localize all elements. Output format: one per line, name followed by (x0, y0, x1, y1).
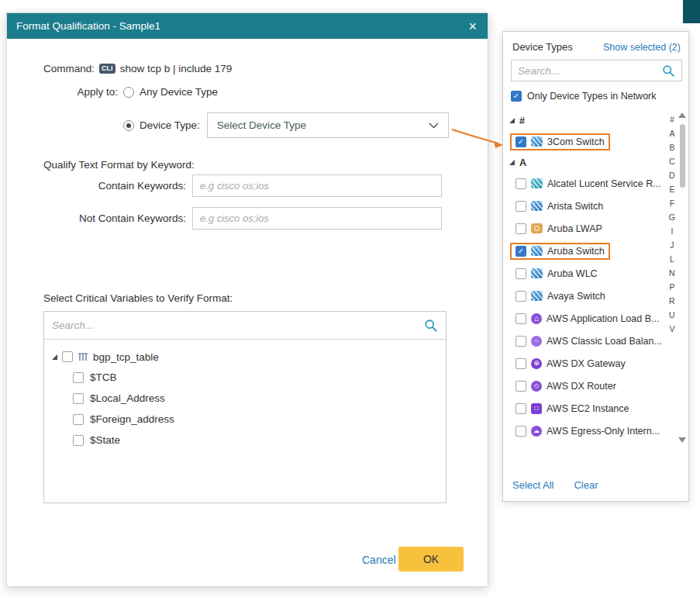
device-type-item[interactable]: AWS DX Router (509, 375, 666, 397)
variables-panel: bgp_tcp_table $TCB $Local_Address $Forei… (43, 311, 447, 503)
select-all-link[interactable]: Select All (512, 479, 553, 491)
device-type-label: Device Type: (140, 119, 200, 131)
device-type-label: AWS DX Gateway (547, 358, 626, 369)
tree-child-row[interactable]: $Local_Address (73, 388, 438, 409)
network-filter-checkbox[interactable] (511, 91, 522, 102)
index-letter[interactable]: C (669, 154, 675, 168)
tree-root-row[interactable]: bgp_tcp_table (52, 347, 438, 367)
device-type-checkbox[interactable] (516, 336, 526, 347)
device-type-item[interactable]: AWS DX Gateway (509, 352, 666, 375)
device-type-item[interactable]: AWS Application Load B... (509, 307, 666, 330)
variable-checkbox[interactable] (73, 393, 84, 404)
tree-child-row[interactable]: $TCB (73, 367, 438, 388)
tree-root-checkbox[interactable] (62, 351, 73, 362)
index-letter[interactable]: V (669, 322, 674, 336)
scrollbar-thumb[interactable] (680, 124, 685, 188)
device-type-item[interactable]: Aruba LWAP (509, 217, 666, 240)
contain-keywords-input[interactable] (192, 174, 442, 197)
variable-checkbox[interactable] (73, 414, 84, 425)
contain-keywords-label: Contain Keywords: (43, 180, 192, 192)
tree-child-row[interactable]: $State (73, 430, 438, 451)
aws-alb-icon (531, 313, 542, 324)
device-type-checkbox[interactable] (516, 246, 526, 257)
group-row-A[interactable]: A (509, 153, 666, 172)
ok-button[interactable]: OK (398, 547, 464, 572)
device-type-checkbox[interactable] (516, 313, 526, 324)
device-type-label: Aruba LWAP (547, 223, 602, 234)
qualify-section-label: Qualify Text Format by Keyword: (43, 159, 195, 171)
device-type-checkbox[interactable] (516, 381, 526, 392)
variables-search-bar (44, 312, 446, 340)
device-type-checkbox[interactable] (516, 136, 526, 147)
switch-icon (531, 246, 543, 256)
index-letter[interactable]: B (669, 140, 674, 154)
item: Alcatel Lucent Service R... (510, 175, 667, 192)
scrollbar-up-icon[interactable] (678, 112, 686, 118)
item: AWS DX Router (510, 378, 622, 395)
index-letter[interactable]: U (669, 308, 675, 322)
index-letter[interactable]: A (669, 126, 674, 140)
index-letter[interactable]: L (670, 252, 674, 266)
collapse-triangle-icon[interactable] (52, 354, 57, 360)
not-contain-keywords-input[interactable] (192, 207, 442, 230)
command-row: Command: CLI show tcp b | include 179 (43, 63, 232, 74)
alphabet-index[interactable]: #ABCDEFGIJLNPRUV (669, 112, 675, 336)
device-type-checkbox[interactable] (516, 201, 526, 212)
device-type-checkbox[interactable] (516, 403, 526, 414)
clear-link[interactable]: Clear (574, 479, 598, 491)
index-letter[interactable]: E (669, 182, 674, 196)
device-type-checkbox[interactable] (516, 268, 526, 279)
radio-device-type[interactable] (123, 120, 134, 131)
close-icon[interactable]: × (467, 19, 478, 33)
device-type-item[interactable]: AWS Egress-Only Intern... (509, 420, 666, 442)
device-type-item[interactable]: Aruba WLC (509, 262, 666, 285)
device-type-checkbox[interactable] (516, 178, 526, 189)
device-type-item[interactable]: AWS EC2 Instance (509, 397, 666, 420)
scrollbar-down-icon[interactable] (678, 437, 686, 443)
index-letter[interactable]: # (670, 112, 674, 126)
device-type-item[interactable]: Alcatel Lucent Service R... (509, 172, 666, 195)
index-letter[interactable]: G (669, 210, 675, 224)
device-type-item[interactable]: AWS Classic Load Balan... (509, 330, 666, 352)
device-type-label: Aruba Switch (547, 246, 605, 257)
device-type-item[interactable]: Avaya Switch (509, 285, 666, 307)
index-letter[interactable]: R (669, 294, 675, 308)
collapse-triangle-icon[interactable] (509, 118, 515, 123)
index-letter[interactable]: I (671, 224, 673, 238)
device-type-list: #3Com SwitchAAlcatel Lucent Service R...… (509, 111, 666, 442)
device-search-input[interactable] (518, 65, 657, 77)
index-letter[interactable]: N (669, 266, 675, 280)
tree-child-row[interactable]: $Foreign_address (73, 409, 438, 430)
collapse-triangle-icon[interactable] (509, 160, 515, 165)
device-type-dropdown[interactable]: Select Device Type (207, 112, 449, 138)
variables-search-input[interactable] (52, 319, 418, 331)
device-type-label: AWS EC2 Instance (547, 403, 629, 414)
aws-dx-router-icon (531, 381, 542, 392)
search-icon[interactable] (424, 319, 438, 333)
index-letter[interactable]: J (670, 238, 674, 252)
device-type-item[interactable]: Arista Switch (509, 195, 666, 217)
device-type-label: Arista Switch (547, 201, 603, 212)
search-icon[interactable] (662, 64, 675, 78)
index-letter[interactable]: D (669, 168, 675, 182)
index-letter[interactable]: P (669, 280, 674, 294)
index-letter[interactable]: F (670, 196, 674, 210)
device-type-item[interactable]: 3Com Switch (509, 130, 666, 153)
variable-checkbox[interactable] (73, 372, 84, 383)
variable-checkbox[interactable] (73, 435, 84, 446)
radio-any-device-type[interactable] (123, 87, 134, 98)
cancel-button[interactable]: Cancel (362, 554, 396, 566)
network-filter-row[interactable]: Only Device Types in Network (511, 91, 657, 102)
device-type-checkbox[interactable] (516, 426, 526, 437)
device-type-checkbox[interactable] (516, 358, 526, 369)
show-selected-link[interactable]: Show selected (2) (603, 42, 681, 53)
scrollbar[interactable] (678, 111, 687, 444)
item: AWS Classic Load Balan... (510, 333, 667, 350)
pointer-arrow-icon (447, 123, 509, 155)
switch-icon (531, 201, 543, 211)
device-type-checkbox[interactable] (516, 291, 526, 302)
any-device-type-label: Any Device Type (140, 86, 218, 98)
device-type-checkbox[interactable] (516, 223, 526, 234)
device-type-item[interactable]: Aruba Switch (509, 240, 666, 262)
group-row-#[interactable]: # (509, 111, 666, 130)
